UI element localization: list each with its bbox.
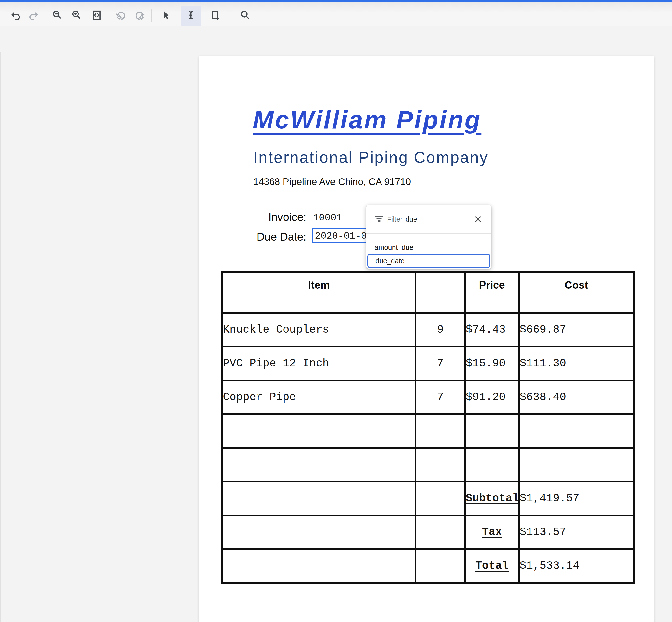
header-item: Item: [222, 272, 416, 313]
invoice-number-row: Invoice: 10001: [199, 211, 342, 223]
zoom-out-button[interactable]: [47, 5, 67, 26]
redo-button[interactable]: [24, 5, 44, 26]
cell-cost: $111.30: [519, 347, 634, 380]
table-row: Copper Pipe 7 $91.20 $638.40: [222, 380, 634, 414]
table-header-row: Item Price Cost: [222, 272, 634, 313]
cell-item: Knuckle Couplers: [222, 313, 416, 347]
total-row: Total $1,533.14: [222, 549, 634, 583]
document-canvas[interactable]: McWilliam Piping International Piping Co…: [0, 26, 672, 622]
cell-qty: 9: [416, 313, 465, 347]
undo-icon: [10, 10, 21, 22]
subtotal-label: Subtotal: [465, 482, 519, 515]
tax-row: Tax $113.57: [222, 515, 634, 549]
rotate-right-button[interactable]: [130, 5, 150, 26]
rotate-left-button[interactable]: [110, 5, 131, 26]
toolbar: [0, 2, 672, 26]
toolbar-separator: [151, 9, 152, 23]
due-date-field[interactable]: 2020-01-02: [312, 228, 374, 243]
option-amount-due[interactable]: amount_due: [366, 234, 491, 253]
close-icon[interactable]: [474, 216, 482, 223]
undo-button[interactable]: [5, 5, 26, 26]
fit-page-button[interactable]: [87, 5, 107, 26]
company-subtitle: International Piping Company: [253, 148, 489, 166]
tax-label: Tax: [465, 515, 519, 549]
cell-cost: $638.40: [519, 380, 634, 414]
cell-item: PVC Pipe 12 Inch: [222, 347, 416, 380]
zoom-in-button[interactable]: [67, 5, 87, 26]
due-date-label: Due Date:: [199, 228, 306, 243]
text-cursor-icon: [185, 10, 196, 22]
cell-cost: $669.87: [519, 313, 634, 347]
zoom-in-icon: [71, 10, 82, 22]
filter-label: Filter: [387, 215, 403, 223]
filter-query-text: due: [405, 215, 417, 223]
invoice-page: McWilliam Piping International Piping Co…: [199, 56, 654, 622]
panel-edge: [0, 52, 1, 622]
search-button[interactable]: [235, 5, 255, 26]
toolbar-separator: [46, 9, 46, 23]
rotate-right-icon: [135, 10, 146, 22]
table-row: [222, 448, 634, 482]
header-cost: Cost: [519, 272, 634, 313]
app-window: McWilliam Piping International Piping Co…: [0, 0, 672, 622]
company-title: McWilliam Piping: [253, 106, 481, 133]
header-price: Price: [465, 272, 519, 313]
invoice-table: Item Price Cost Knuckle Couplers 9 $74.4…: [221, 271, 635, 584]
invoice-number-value: 10001: [313, 211, 342, 223]
cell-price: $91.20: [465, 380, 519, 414]
text-select-button[interactable]: [181, 5, 201, 26]
toolbar-separator: [231, 9, 231, 23]
subtotal-row: Subtotal $1,419.57: [222, 482, 634, 515]
cell-qty: 7: [416, 380, 465, 414]
total-value: $1,533.14: [519, 549, 634, 583]
due-date-value: 2020-01-02: [313, 229, 374, 242]
fit-page-icon: [91, 10, 102, 22]
add-region-button[interactable]: [205, 5, 225, 26]
cell-qty: 7: [416, 347, 465, 380]
redo-icon: [28, 10, 39, 22]
filter-list-icon: [375, 216, 383, 222]
table-row: Knuckle Couplers 9 $74.43 $669.87: [222, 313, 634, 347]
option-due-date-selected[interactable]: due_date: [367, 254, 490, 268]
total-label: Total: [465, 549, 519, 583]
company-address: 14368 Pipeline Ave Chino, CA 91710: [253, 176, 411, 187]
rotate-left-icon: [115, 10, 126, 22]
filter-popup-header: Filter due: [366, 205, 491, 234]
table-row: PVC Pipe 12 Inch 7 $15.90 $111.30: [222, 347, 634, 380]
search-icon: [239, 10, 251, 22]
table-row: [222, 414, 634, 448]
zoom-out-icon: [52, 10, 63, 22]
invoice-label: Invoice:: [199, 211, 306, 223]
cursor-arrow-icon: [160, 10, 172, 22]
subtotal-value: $1,419.57: [519, 482, 634, 515]
header-quantity: [416, 272, 465, 313]
due-date-row: Due Date: 2020-01-02: [199, 228, 374, 243]
page-add-icon: [210, 10, 221, 22]
tax-value: $113.57: [519, 515, 634, 549]
cell-price: $15.90: [465, 347, 519, 380]
window-accent-strip: [0, 0, 672, 2]
toolbar-separator: [109, 9, 109, 23]
filter-autocomplete-popup: Filter due amount_due due_date: [366, 205, 491, 269]
select-cursor-button[interactable]: [156, 5, 176, 26]
cell-item: Copper Pipe: [222, 380, 416, 414]
cell-price: $74.43: [465, 313, 519, 347]
